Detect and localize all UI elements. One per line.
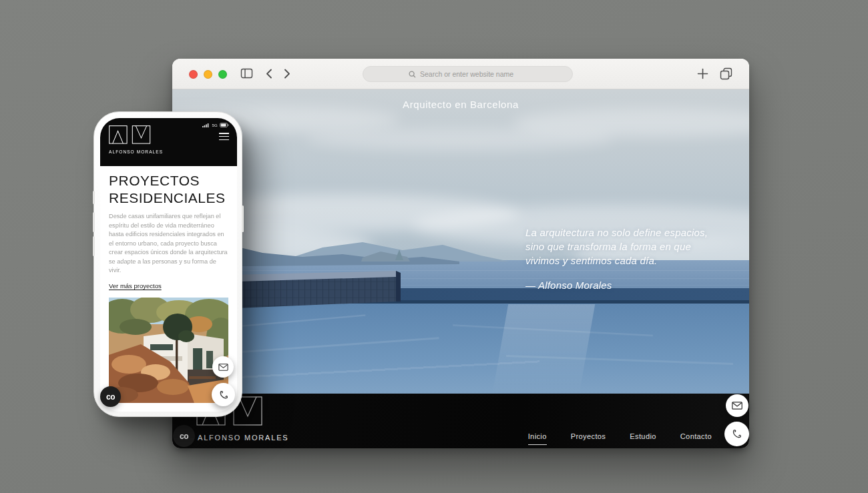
site-footer: ALFONSO MORALES Inicio Proyectos Estudio…: [172, 394, 749, 448]
phone-icon: [218, 390, 229, 400]
phone-mockup: 5G ALFONSO MORALES: [93, 111, 242, 417]
menu-button[interactable]: [219, 133, 229, 142]
quote-line: sino que transforma la forma en que: [525, 239, 726, 254]
close-window-button[interactable]: [189, 70, 198, 79]
sidebar-toggle-icon[interactable]: [240, 67, 254, 82]
quote-line: La arquitectura no solo define espacios,: [525, 225, 726, 239]
quote-attribution: — Alfonso Morales: [525, 278, 726, 292]
phone-button[interactable]: [724, 422, 749, 446]
watermark-badge: co: [100, 386, 121, 407]
page-title: PROYECTOS RESIDENCIALES: [109, 172, 228, 207]
back-button[interactable]: [266, 69, 272, 81]
browser-window: Arquitecto en Barcelona La arquitectura …: [172, 59, 749, 448]
quote-line: vivimos y sentimos cada día.: [525, 254, 726, 268]
network-label: 5G: [212, 123, 218, 127]
desktop-background: Arquitecto en Barcelona La arquitectura …: [0, 0, 868, 493]
hero-tagline: Arquitecto en Barcelona: [172, 99, 749, 110]
status-bar: 5G: [202, 123, 229, 127]
battery-icon: [220, 123, 229, 127]
browser-toolbar: [172, 59, 749, 89]
mobile-brand-name: ALFONSO MORALES: [109, 149, 163, 154]
email-button[interactable]: [726, 394, 748, 417]
nav-item-contacto[interactable]: Contacto: [680, 432, 712, 440]
email-icon: [218, 364, 228, 371]
tab-overview-icon[interactable]: [720, 67, 732, 83]
phone-icon: [731, 428, 742, 440]
project-photo: [109, 298, 228, 403]
phone-power-button: [242, 205, 244, 232]
phone-volume-down-button: [93, 236, 95, 256]
address-bar[interactable]: [363, 66, 573, 82]
zoom-window-button[interactable]: [218, 70, 227, 79]
brand-name: ALFONSO MORALES: [198, 434, 288, 442]
watermark-label: co: [106, 392, 115, 402]
phone-volume-up-button: [93, 212, 95, 232]
nav-item-inicio[interactable]: Inicio: [528, 432, 547, 440]
phone-button-mobile[interactable]: [212, 383, 235, 406]
mobile-header: 5G ALFONSO MORALES: [100, 118, 237, 166]
hero-quote: La arquitectura no solo define espacios,…: [525, 225, 726, 292]
page-title-line: RESIDENCIALES: [109, 189, 228, 207]
intro-paragraph: Desde casas unifamiliares que reflejan e…: [109, 212, 228, 276]
search-input[interactable]: [420, 70, 527, 78]
nav-item-estudio[interactable]: Estudio: [630, 432, 656, 440]
watermark-badge: co: [173, 425, 195, 447]
main-navigation: Inicio Proyectos Estudio Contacto: [528, 432, 712, 440]
new-tab-button[interactable]: [697, 68, 708, 82]
signal-icon: [202, 123, 210, 127]
forward-button[interactable]: [284, 69, 290, 81]
see-more-projects-link[interactable]: Ver más proyectos: [109, 282, 162, 290]
nav-item-proyectos[interactable]: Proyectos: [571, 432, 606, 440]
search-icon: [409, 71, 416, 78]
hero-section: Arquitecto en Barcelona La arquitectura …: [172, 89, 749, 394]
watermark-label: co: [180, 432, 188, 441]
window-controls: [189, 70, 227, 79]
mobile-brand-logo: [109, 125, 151, 148]
page-title-line: PROYECTOS: [109, 172, 228, 189]
minimize-window-button[interactable]: [204, 70, 212, 79]
email-button-mobile[interactable]: [212, 356, 234, 378]
phone-mute-switch: [93, 191, 95, 204]
email-icon: [732, 402, 742, 410]
